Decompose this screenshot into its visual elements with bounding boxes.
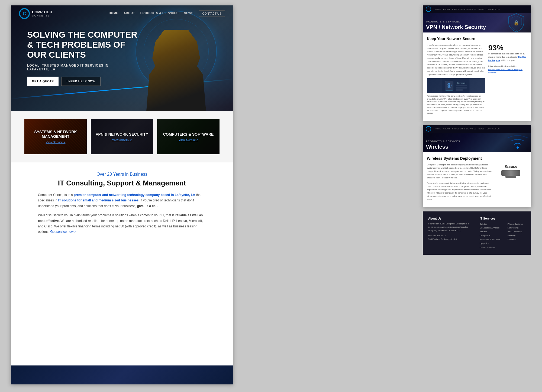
- service-vpn-title: VPN & NETWORK SECURITY: [96, 132, 148, 137]
- vpn-stat-percent: 93%: [488, 44, 504, 52]
- footer-it-services-col: IT Services Cabling CoLocation & Virtual…: [480, 217, 526, 250]
- wireless-nav-contact[interactable]: CONTACT US: [487, 128, 500, 130]
- vpn-text-left: If you're opening a remote office, or yo…: [427, 44, 485, 117]
- wireless-nav-news[interactable]: NEWS: [479, 128, 485, 130]
- footer-service-hardware[interactable]: Hardware & Software Upgrades: [480, 238, 504, 246]
- about-para2: We'll discuss with you in plain terms yo…: [38, 213, 206, 235]
- wireless-panel-nav: C HOME ABOUT PRODUCTS & SERVICES NEWS CO…: [423, 125, 531, 133]
- svg-text:C: C: [428, 128, 429, 130]
- service-card-vpn[interactable]: VPN & NETWORK SECURITY View Service >: [91, 119, 153, 154]
- footer-phone: PH: 337-485-5510: [428, 234, 474, 238]
- vpn-panel-header: C HOME ABOUT PRODUCTS & SERVICES NEWS CO…: [423, 5, 531, 32]
- service-card-overlay-systems: SYSTEMS & NETWORK MANAGEMENT View Servic…: [24, 119, 87, 154]
- brand-sub: CONCEPTS: [32, 14, 52, 17]
- vpn-text-right: 93% of companies that lost their data fo…: [488, 44, 527, 117]
- wireless-panel-logo-icon: C: [425, 126, 431, 132]
- service-computers-title: COMPUTERS & SOFTWARE: [163, 132, 214, 137]
- footer-services-columns: Cabling CoLocation & Virtual Servers Com…: [480, 222, 526, 250]
- about-title: IT Consulting, Support & Management: [33, 179, 211, 187]
- footer-about-title: About Us: [428, 217, 474, 220]
- footer-panel: About Us Founded in 2000, Computer Conce…: [423, 211, 531, 255]
- svg-text:Keyboard: Keyboard: [457, 82, 465, 84]
- vpn-nav-contact[interactable]: CONTACT US: [487, 8, 500, 10]
- footer-address: 305 Fairlane Dr, Lafayette, LA: [428, 238, 474, 241]
- service-card-overlay-vpn: VPN & NETWORK SECURITY View Service >: [91, 119, 153, 154]
- svg-text:🔒: 🔒: [513, 20, 520, 26]
- nav-news[interactable]: NEWS: [184, 11, 193, 15]
- vpn-image: Keyboard: [427, 78, 485, 93]
- get-quote-button[interactable]: GET A QUOTE: [27, 77, 59, 86]
- ruckus-logo: Ruckus: [495, 163, 527, 176]
- main-panel: C COMPUTER CONCEPTS HOME ABOUT PRODUCTS …: [11, 5, 233, 384]
- vpn-panel-nav: C HOME ABOUT PRODUCTS & SERVICES NEWS CO…: [423, 5, 531, 13]
- vpn-panel-logo-icon: C: [425, 6, 431, 12]
- vpn-body-text-left: If you're opening a remote office, or yo…: [427, 44, 485, 76]
- right-panels: C HOME ABOUT PRODUCTS & SERVICES NEWS CO…: [423, 5, 531, 255]
- svg-rect-11: [456, 87, 467, 89]
- vpn-panel-title: VPN / Network Security: [426, 24, 486, 30]
- footer-service-backups[interactable]: Online Backups: [480, 246, 504, 249]
- wifi-icon: [507, 133, 528, 150]
- wireless-panel: C HOME ABOUT PRODUCTS & SERVICES NEWS CO…: [423, 125, 531, 207]
- vpn-nav-home[interactable]: HOME: [435, 8, 441, 10]
- service-systems-link[interactable]: View Service >: [46, 141, 66, 144]
- svg-text:C: C: [23, 11, 26, 16]
- vpn-nav-news[interactable]: NEWS: [479, 8, 485, 10]
- vpn-nav-products[interactable]: PRODUCTS & SERVICES: [452, 8, 476, 10]
- service-computers-link[interactable]: View Service >: [179, 138, 198, 141]
- wireless-content-row: Computer Concepts has been designing and…: [427, 163, 527, 203]
- footer-strip: [11, 365, 233, 384]
- nav-products[interactable]: PRODUCTS & SERVICES: [140, 11, 179, 15]
- about-highlight-premier: premier computer and networking technolo…: [74, 193, 195, 197]
- nav-home[interactable]: HOME: [109, 11, 118, 15]
- hero-section: C COMPUTER CONCEPTS HOME ABOUT PRODUCTS …: [11, 5, 233, 111]
- wireless-panel-title: Wireless: [426, 144, 448, 150]
- svg-rect-10: [456, 85, 467, 86]
- wireless-section-label: PRODUCTS & SERVICES: [426, 140, 460, 143]
- hero-title: SOLVING THE COMPUTER & TECH PROBLEMS OF …: [27, 30, 141, 60]
- hero-subtitle: LOCAL, TRUSTED MANAGED IT SERVICES IN LA…: [27, 64, 114, 71]
- about-callout: give us a call.: [137, 204, 158, 208]
- footer-service-computers[interactable]: Computers: [480, 234, 504, 238]
- about-highlight-it: IT solutions for small and medium sized …: [58, 198, 140, 202]
- wireless-body1: Computer Concepts has been designing and…: [427, 163, 492, 179]
- nav-about[interactable]: ABOUT: [124, 11, 135, 15]
- vpn-ransomware-link[interactable]: ransomware attacks occur every 14 second…: [488, 68, 522, 74]
- nav-contact-button[interactable]: CONTACT US: [199, 10, 225, 17]
- wireless-nav-home[interactable]: HOME: [435, 128, 441, 130]
- vpn-nav-about[interactable]: ABOUT: [443, 8, 450, 10]
- service-card-overlay-computers: COMPUTERS & SOFTWARE View Service >: [157, 119, 220, 154]
- footer-service-networking[interactable]: Networking: [508, 226, 526, 230]
- footer-about-col: About Us Founded in 2000, Computer Conce…: [428, 217, 474, 250]
- wireless-body2: From single access points for guest Inte…: [427, 182, 492, 201]
- vpn-stat-link[interactable]: filed for bankruptcy: [488, 56, 526, 61]
- footer-service-phone[interactable]: Phone Systems: [508, 222, 526, 226]
- brand-name: COMPUTER: [32, 10, 52, 14]
- about-reliable: reliable as well as cost effective.: [38, 213, 203, 223]
- footer-service-colocation[interactable]: CoLocation & Virtual Servers: [480, 226, 504, 234]
- footer-services-col2: Phone Systems Networking VPN / Network S…: [508, 222, 526, 250]
- footer-service-wireless[interactable]: Wireless: [508, 238, 526, 241]
- services-section: SYSTEMS & NETWORK MANAGEMENT View Servic…: [11, 111, 233, 162]
- services-grid: SYSTEMS & NETWORK MANAGEMENT View Servic…: [24, 119, 220, 154]
- vpn-body-text-right-small: For your road warriors, third-party serv…: [427, 95, 485, 115]
- footer-service-vpn[interactable]: VPN / Network Security: [508, 230, 526, 238]
- footer-service-cabling[interactable]: Cabling: [480, 222, 504, 226]
- logo-icon: C: [19, 8, 30, 19]
- logo[interactable]: C COMPUTER CONCEPTS: [19, 8, 52, 19]
- get-service-link[interactable]: Get service now >: [50, 230, 76, 234]
- vpn-section-label: PRODUCTS & SERVICES: [426, 20, 460, 23]
- service-vpn-link[interactable]: View Service >: [112, 138, 132, 141]
- vpn-content-row: If you're opening a remote office, or yo…: [427, 44, 527, 117]
- main-nav: C COMPUTER CONCEPTS HOME ABOUT PRODUCTS …: [11, 5, 233, 22]
- wireless-nav-products[interactable]: PRODUCTS & SERVICES: [452, 128, 476, 130]
- vpn-shield-icon: 🔒: [508, 13, 527, 31]
- service-card-computers[interactable]: COMPUTERS & SOFTWARE View Service >: [157, 119, 220, 154]
- service-card-systems[interactable]: SYSTEMS & NETWORK MANAGEMENT View Servic…: [24, 119, 87, 154]
- about-para1: Computer Concepts is a premier computer …: [38, 192, 206, 209]
- vpn-stat-block: 93% of companies that lost their data fo…: [488, 44, 527, 62]
- help-now-button[interactable]: I NEED HELP NOW: [61, 77, 100, 86]
- ruckus-device-image: [501, 170, 520, 176]
- vpn-panel: C HOME ABOUT PRODUCTS & SERVICES NEWS CO…: [423, 5, 531, 121]
- wireless-nav-about[interactable]: ABOUT: [443, 128, 450, 130]
